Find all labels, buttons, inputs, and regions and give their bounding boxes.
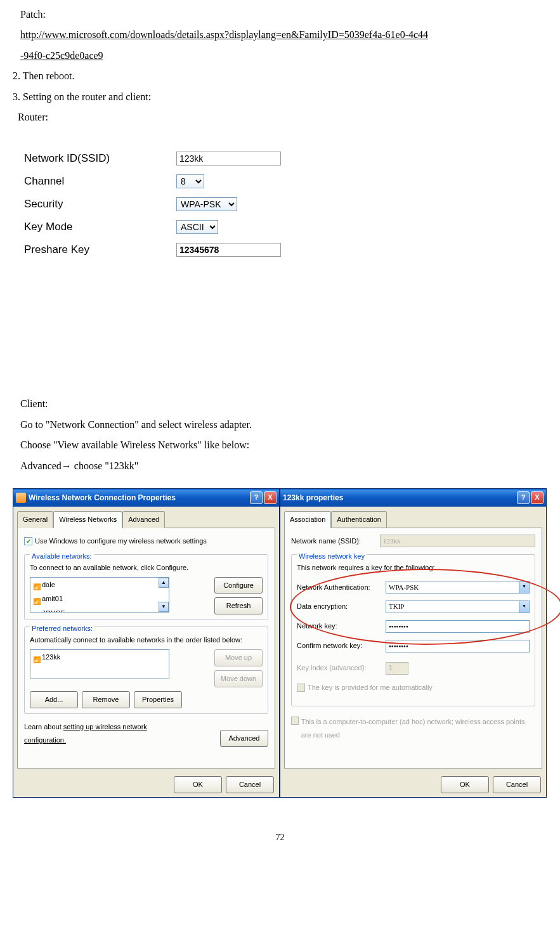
- confirm-label: Confirm network key:: [297, 639, 386, 652]
- ssid-label: Network name (SSID):: [291, 535, 380, 548]
- preferred-title: Preferred networks:: [30, 622, 94, 635]
- ok-button[interactable]: OK: [441, 776, 489, 793]
- list-item: 📶amit01: [30, 592, 169, 606]
- client-heading: Client:: [20, 394, 547, 413]
- cancel-button[interactable]: Cancel: [493, 776, 541, 793]
- preshare-label: Preshare Key: [24, 240, 176, 260]
- help-button[interactable]: ?: [250, 491, 263, 504]
- keyindex-spinner: 1: [386, 662, 408, 675]
- group-desc: This network requires a key for the foll…: [297, 561, 530, 574]
- router-heading: Router:: [18, 108, 547, 127]
- network-icon: 📶: [33, 654, 39, 661]
- page-number: 72: [13, 829, 547, 847]
- auth-label: Network Authentication:: [297, 581, 386, 594]
- titlebar: Wireless Network Connection Properties ?…: [13, 489, 279, 507]
- security-select[interactable]: WPA-PSK: [176, 197, 237, 211]
- cancel-button[interactable]: Cancel: [226, 776, 274, 793]
- key-label: Network key:: [297, 620, 386, 633]
- wireless-icon: [16, 493, 26, 503]
- preferred-networks-group: Preferred networks: Automatically connec…: [24, 626, 268, 714]
- preshare-input[interactable]: [176, 243, 281, 257]
- use-windows-label: Use Windows to configure my wireless net…: [35, 535, 207, 548]
- available-networks-group: Available networks: To connect to an ava…: [24, 554, 268, 621]
- adhoc-checkbox: [291, 717, 299, 725]
- network-key-input[interactable]: [386, 620, 530, 633]
- available-listbox[interactable]: 📶dale 📶amit01 📶JOYCE ▲ ▼: [30, 577, 169, 613]
- step-2: 2. Then reboot.: [13, 67, 547, 86]
- patch-label: Patch:: [20, 5, 547, 24]
- use-windows-checkbox[interactable]: ✔: [24, 537, 32, 545]
- adhoc-label: This is a computer-to-computer (ad hoc) …: [301, 715, 535, 742]
- titlebar: 123kk properties ? X: [280, 489, 546, 507]
- network-icon: 📶: [33, 581, 39, 588]
- ssid-label: Network ID(SSID): [24, 148, 176, 169]
- list-item: 📶JOYCE: [30, 606, 169, 612]
- list-item: 📶123kk: [30, 650, 169, 665]
- auto-key-label: The key is provided for me automatically: [308, 681, 433, 694]
- tab-wireless-networks[interactable]: Wireless Networks: [53, 511, 122, 528]
- router-settings: Network ID(SSID) Channel 8 Security WPA-…: [13, 136, 450, 280]
- add-button[interactable]: Add...: [30, 691, 78, 708]
- available-desc: To connect to an available network, clic…: [30, 561, 263, 574]
- dialog-title: 123kk properties: [283, 491, 343, 505]
- tab-general[interactable]: General: [17, 511, 53, 528]
- enc-label: Data encryption:: [297, 600, 386, 613]
- scroll-up[interactable]: ▲: [159, 578, 169, 588]
- close-button[interactable]: X: [531, 491, 544, 504]
- configure-button[interactable]: Configure: [214, 577, 263, 594]
- keyindex-label: Key index (advanced):: [297, 661, 386, 675]
- channel-label: Channel: [24, 171, 176, 191]
- auth-select[interactable]: WPA-PSK▼: [386, 581, 530, 594]
- preferred-desc: Automatically connect to available netwo…: [30, 633, 263, 647]
- learn-text: Learn about setting up wireless network …: [24, 720, 164, 747]
- chevron-down-icon: ▼: [519, 601, 529, 613]
- refresh-button[interactable]: Refresh: [214, 597, 263, 614]
- remove-button[interactable]: Remove: [82, 691, 130, 708]
- properties-button[interactable]: Properties: [134, 691, 182, 708]
- security-label: Security: [24, 194, 176, 214]
- auto-key-checkbox: [297, 684, 305, 692]
- help-button[interactable]: ?: [517, 491, 530, 504]
- wireless-conn-props-dialog: Wireless Network Connection Properties ?…: [13, 488, 280, 798]
- ssid-input: [380, 535, 535, 547]
- tab-association[interactable]: Association: [284, 511, 331, 528]
- confirm-key-input[interactable]: [386, 640, 530, 652]
- step-3: 3. Setting on the router and client:: [13, 88, 547, 107]
- preferred-listbox[interactable]: 📶123kk: [30, 649, 169, 678]
- network-props-dialog: 123kk properties ? X Association Authent…: [280, 488, 547, 798]
- tab-advanced[interactable]: Advanced: [122, 511, 165, 528]
- group-title: Wireless network key: [297, 550, 367, 563]
- chevron-down-icon: ▼: [519, 581, 529, 593]
- client-line1: Go to "Network Connection" and select wi…: [20, 415, 547, 434]
- wireless-key-group: Wireless network key This network requir…: [291, 554, 535, 706]
- scroll-down[interactable]: ▼: [159, 602, 169, 612]
- enc-select[interactable]: TKIP▼: [386, 600, 530, 613]
- patch-url-line2[interactable]: -94f0-c25c9de0ace9: [20, 50, 103, 61]
- ssid-input[interactable]: [176, 152, 281, 165]
- advanced-button[interactable]: Advanced: [220, 730, 268, 747]
- movedown-button: Move down: [214, 670, 263, 687]
- patch-url-line1[interactable]: http://www.microsoft.com/downloads/detai…: [20, 29, 428, 40]
- keymode-label: Key Mode: [24, 217, 176, 237]
- channel-select[interactable]: 8: [176, 174, 204, 188]
- available-title: Available networks:: [30, 550, 94, 563]
- screenshots-row: Wireless Network Connection Properties ?…: [13, 488, 547, 798]
- dialog-title: Wireless Network Connection Properties: [29, 491, 176, 505]
- keymode-select[interactable]: ASCII: [176, 220, 218, 234]
- ok-button[interactable]: OK: [174, 776, 222, 793]
- network-icon: 📶: [33, 595, 39, 603]
- tab-authentication[interactable]: Authentication: [331, 511, 387, 528]
- network-icon: 📶: [33, 610, 39, 613]
- close-button[interactable]: X: [264, 491, 277, 504]
- list-item: 📶dale: [30, 578, 169, 592]
- client-line3: Advanced→ choose "123kk": [20, 457, 547, 476]
- client-line2: Choose "View available Wireless Networks…: [20, 436, 547, 455]
- moveup-button: Move up: [214, 649, 263, 666]
